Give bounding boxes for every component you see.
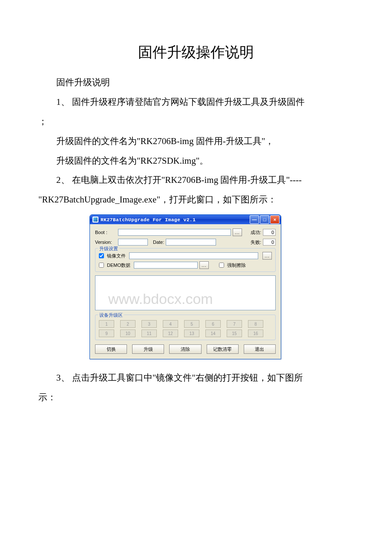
- app-icon: [92, 217, 98, 223]
- group-title-devices: 设备升级区: [98, 312, 124, 318]
- device-slot[interactable]: 14: [205, 330, 221, 337]
- device-slot[interactable]: 2: [120, 320, 135, 328]
- version-field[interactable]: [118, 239, 148, 246]
- device-area-group: 设备升级区 1 2 3 4 5 6 7 8 9 10 11 12: [95, 315, 276, 340]
- label-success: 成功:: [251, 229, 261, 236]
- paragraph-5b: 示：: [38, 389, 354, 406]
- label-version: Version:: [95, 240, 116, 245]
- paragraph-3: 升级固件的文件名为"RK27SDK.img"。: [38, 153, 354, 170]
- paragraph-1a: 1、 固件升级程序请登陆官方网站下载固件升级工具及升级固件: [38, 94, 354, 111]
- paragraph-5a: 3、 点击升级工具窗口中"镜像文件"右侧的打开按钮，如下图所: [38, 370, 354, 387]
- demo-field[interactable]: [134, 262, 198, 269]
- checkbox-image-file[interactable]: [99, 253, 104, 258]
- window-title: RK27BatchUpgrade For Image v2.1: [101, 217, 196, 223]
- label-date: Date:: [153, 240, 164, 245]
- switch-button[interactable]: 切换: [95, 344, 127, 354]
- exit-button[interactable]: 退出: [244, 344, 276, 354]
- device-slot[interactable]: 15: [227, 330, 242, 337]
- paragraph-2: 升级固件的文件名为"RK2706B-img 固件用-升级工具"，: [38, 133, 354, 150]
- close-button[interactable]: ×: [270, 215, 280, 224]
- document-page: 固件升级操作说明 固件升级说明 1、 固件升级程序请登陆官方网站下载固件升级工具…: [0, 0, 392, 434]
- date-field[interactable]: [166, 239, 216, 246]
- image-file-field[interactable]: [129, 252, 258, 259]
- label-fail: 失败:: [251, 239, 261, 246]
- device-slot[interactable]: 7: [227, 320, 242, 328]
- success-counter: 0: [263, 229, 276, 236]
- label-demo: DEMO数据: [107, 262, 130, 269]
- page-title: 固件升级操作说明: [38, 43, 354, 62]
- section-heading: 固件升级说明: [38, 74, 354, 91]
- device-slot[interactable]: 11: [141, 330, 157, 337]
- demo-browse-button[interactable]: ...: [199, 261, 209, 269]
- paragraph-4b: "RK27BatchUpgrade_Image.exe"，打开此窗口，如下图所示…: [38, 191, 354, 208]
- image-browse-button[interactable]: ...: [262, 252, 272, 260]
- upgrade-settings-group: 升级设置 镜像文件 ... DEMO数据 ... 强制擦除: [95, 248, 276, 272]
- label-boot: Boot :: [95, 230, 116, 235]
- label-image-file: 镜像文件: [107, 253, 126, 259]
- paragraph-4a: 2、 在电脑上双击依次打开"RK2706B-img 固件用-升级工具"----: [38, 172, 354, 189]
- device-slot[interactable]: 5: [184, 320, 199, 328]
- boot-browse-button[interactable]: ...: [233, 228, 242, 236]
- device-slot[interactable]: 16: [248, 330, 263, 337]
- group-title-upgrade: 升级设置: [98, 246, 119, 252]
- checkbox-force-erase[interactable]: [219, 263, 224, 268]
- window-body: Boot : ... 成功: 0 Version: Date: 失败: 0: [90, 224, 281, 359]
- device-slots: 1 2 3 4 5 6 7 8 9 10 11 12 13 14: [99, 320, 272, 337]
- paragraph-1b: ；: [38, 113, 354, 130]
- device-slot[interactable]: 13: [184, 330, 199, 337]
- device-slot[interactable]: 8: [248, 320, 263, 328]
- reset-count-button[interactable]: 记数清零: [207, 344, 239, 354]
- device-slot[interactable]: 1: [99, 320, 114, 328]
- upgrade-button[interactable]: 升级: [132, 344, 164, 354]
- clear-button[interactable]: 清除: [169, 344, 201, 354]
- action-row: 切换 升级 清除 记数清零 退出: [95, 344, 276, 354]
- device-slot[interactable]: 6: [205, 320, 221, 328]
- label-force-erase: 强制擦除: [227, 262, 246, 269]
- boot-field[interactable]: [118, 229, 231, 236]
- device-slot[interactable]: 12: [163, 330, 178, 337]
- log-area[interactable]: www.bdocx.com: [95, 275, 276, 310]
- watermark: www.bdocx.com: [108, 291, 213, 307]
- app-screenshot: RK27BatchUpgrade For Image v2.1 — □ × Bo…: [89, 214, 281, 359]
- app-window: RK27BatchUpgrade For Image v2.1 — □ × Bo…: [89, 214, 281, 359]
- device-slot[interactable]: 3: [141, 320, 157, 328]
- titlebar[interactable]: RK27BatchUpgrade For Image v2.1 — □ ×: [90, 215, 281, 224]
- device-slot[interactable]: 10: [120, 330, 135, 337]
- checkbox-demo[interactable]: [99, 263, 104, 268]
- device-slot[interactable]: 4: [163, 320, 178, 328]
- minimize-button[interactable]: —: [250, 215, 259, 224]
- maximize-button[interactable]: □: [260, 215, 269, 224]
- device-slot[interactable]: 9: [99, 330, 114, 337]
- fail-counter: 0: [263, 239, 276, 246]
